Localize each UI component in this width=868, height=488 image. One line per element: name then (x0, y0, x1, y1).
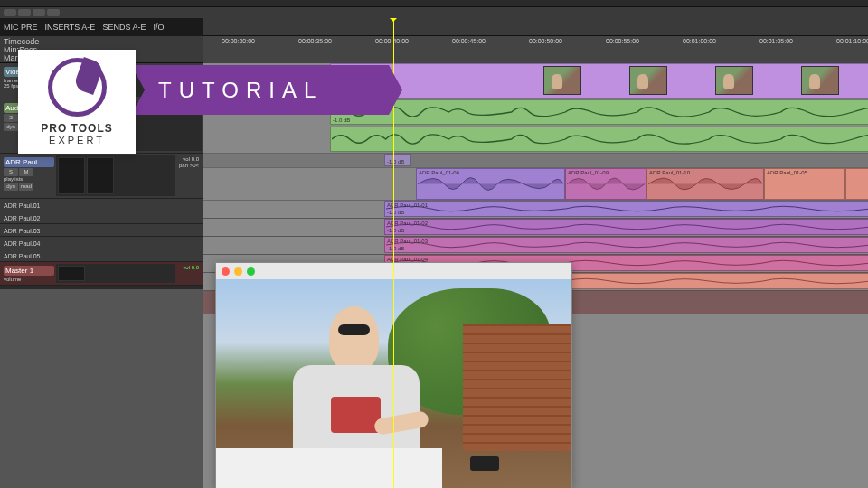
playlist-name[interactable]: ADR Paul.01 (4, 202, 54, 209)
edit-header: MIC PRE INSERTS A-E SENDS A-E I/O (0, 18, 203, 36)
clip-label: ADR Paul_01-05 (767, 170, 807, 175)
track-name[interactable]: Master 1 (4, 266, 54, 276)
clip-label: ADR Paul_01-09 (568, 170, 609, 175)
small-clip[interactable]: -1.0 dB (384, 154, 411, 166)
tutorial-banner: TUTORIAL (131, 65, 402, 115)
playlist-header[interactable]: ADR Paul.03 (0, 224, 203, 237)
logo-icon (48, 58, 107, 117)
time-mark: 00:00:45:00 (452, 38, 486, 44)
playlist-header[interactable]: ADR Paul.05 (0, 249, 203, 262)
brand-logo: PRO TOOLS EXPERT (18, 50, 136, 154)
header-label: SENDS A-E (102, 23, 146, 32)
playlist-header[interactable]: ADR Paul.02 (0, 211, 203, 224)
clip-label: ADR Paul_01-06 (419, 170, 459, 175)
master-sub: volume (4, 277, 54, 282)
playlist-lane[interactable]: ADR Paul_01-03 -1.0 dB (203, 237, 868, 255)
spacer-lane: -1.0 dB (203, 154, 868, 168)
track-name[interactable]: ADR Paul (4, 157, 54, 167)
edit-selection-ruler[interactable] (203, 18, 868, 36)
toolbar (0, 7, 868, 18)
playlist-name[interactable]: ADR Paul.05 (4, 253, 54, 259)
adr-clip[interactable]: ADR Paul_01-06 (416, 168, 565, 200)
playlist-clip[interactable]: ADR Paul_01-03 -1.0 dB (384, 237, 868, 253)
time-mark: 00:00:55:00 (606, 38, 639, 44)
header-label: INSERTS A-E (45, 23, 96, 32)
time-mark: 00:00:40:00 (375, 38, 409, 44)
header-label: MIC PRE (4, 23, 38, 32)
insert-slot[interactable] (87, 157, 114, 194)
solo-button[interactable]: S (4, 114, 18, 122)
dyn-button[interactable]: dyn (4, 183, 18, 191)
header-label: I/O (153, 23, 164, 32)
video-thumbnail (629, 66, 667, 95)
time-mark: 00:00:30:00 (222, 38, 255, 44)
video-thumbnail (801, 66, 839, 95)
banner-text: TUTORIAL (158, 78, 323, 103)
tool-button[interactable] (47, 9, 60, 16)
playlist-clip[interactable]: ADR Paul_01-01 -1.0 dB (384, 201, 868, 217)
playlist-name[interactable]: ADR Paul.03 (4, 228, 54, 234)
dyn-button[interactable]: dyn (4, 123, 18, 131)
brand-text: EXPERT (49, 135, 105, 145)
pan-label[interactable]: pan >0< (175, 163, 201, 168)
playlists-label[interactable]: playlists (4, 176, 54, 182)
mute-button[interactable]: M (19, 168, 33, 176)
tool-button[interactable] (33, 9, 45, 16)
video-thumbnail (715, 66, 753, 95)
adr-track-header[interactable]: ADR Paul S M playlists dyn read vol 0.0 … (0, 154, 203, 199)
playlist-lane[interactable]: ADR Paul_01-01 -1.0 dB (203, 201, 868, 219)
solo-button[interactable]: S (4, 168, 18, 176)
brand-text: PRO TOOLS (41, 122, 112, 135)
timecode-ruler[interactable]: 00:00:30:00 00:00:35:00 00:00:40:00 00:0… (203, 36, 868, 63)
playlist-name[interactable]: ADR Paul.02 (4, 215, 54, 221)
playlist-lane[interactable]: ADR Paul_01-02 -1.0 dB (203, 219, 868, 237)
playlist-header[interactable]: ADR Paul.01 (0, 199, 203, 211)
background-wall (463, 324, 571, 451)
tool-button[interactable] (18, 9, 31, 16)
minimize-icon[interactable] (234, 267, 242, 276)
time-mark: 00:01:05:00 (760, 38, 793, 44)
video-thumbnail (543, 66, 581, 95)
read-button[interactable]: read (19, 183, 33, 191)
playlist-name[interactable]: ADR Paul.04 (4, 240, 54, 247)
video-clip[interactable]: Dialogue For ADR (330, 63, 868, 99)
db-label: -1.0 dB (333, 117, 350, 123)
adr-comp-lane[interactable]: ADR Paul_01-06 ADR Paul_01-09 ADR Paul_0… (203, 168, 868, 201)
clip-label: ADR Paul_01-10 (649, 170, 690, 175)
adr-clip[interactable]: ADR Paul_01-10 (646, 168, 764, 200)
tool-button[interactable] (4, 9, 16, 16)
time-mark: 00:01:00:00 (683, 38, 716, 44)
close-icon[interactable] (222, 267, 230, 276)
menu-bar[interactable] (0, 0, 868, 7)
output-slot[interactable] (58, 266, 85, 281)
vol-label[interactable]: vol 0.0 (175, 265, 201, 270)
time-mark: 00:00:50:00 (529, 38, 562, 44)
bottom-panel (0, 289, 203, 488)
table-surface (216, 448, 442, 488)
master-track-header[interactable]: Master 1 volume vol 0.0 (0, 262, 203, 286)
phone-prop (470, 456, 499, 471)
playlist-header[interactable]: ADR Paul.04 (0, 237, 203, 249)
adr-clip[interactable]: ADR Paul_01-05 (764, 168, 845, 200)
vol-label[interactable]: vol 0.0 (175, 156, 201, 162)
maximize-icon[interactable] (247, 267, 255, 276)
time-mark: 00:00:35:00 (298, 38, 332, 44)
time-mark: 00:01:10:00 (836, 38, 868, 44)
audio-clip[interactable] (330, 127, 868, 152)
adr-clip[interactable] (845, 168, 868, 200)
insert-slot[interactable] (58, 157, 85, 194)
audio-clip[interactable]: -1.0 dB (330, 99, 868, 125)
playlist-clip[interactable]: ADR Paul_01-02 -1.0 dB (384, 219, 868, 235)
adr-clip[interactable]: ADR Paul_01-09 (565, 168, 646, 200)
